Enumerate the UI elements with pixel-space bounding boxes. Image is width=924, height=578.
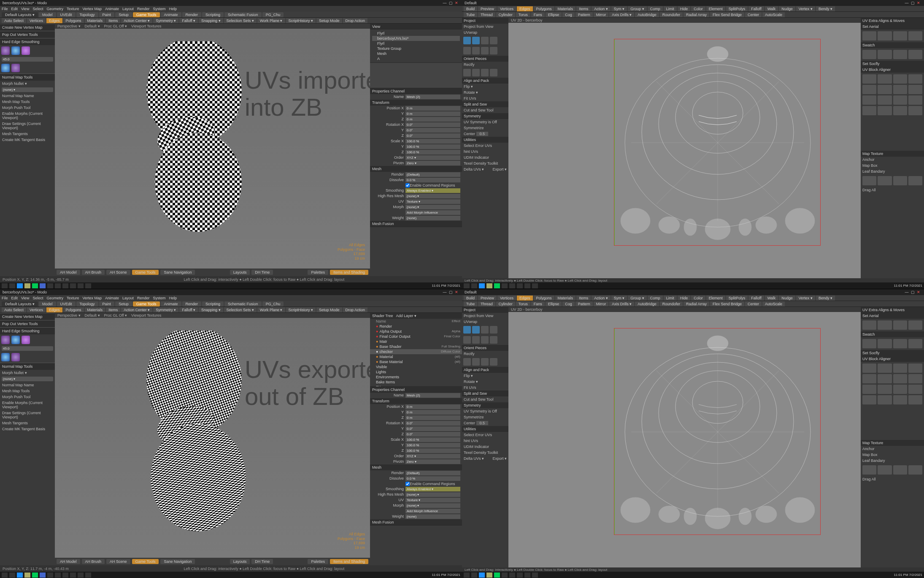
align-icon[interactable] [862,74,876,84]
align-icon[interactable] [908,85,922,94]
vp-default[interactable]: Default ▾ [85,24,100,28]
tool-icon[interactable] [463,69,471,76]
hdr-swatch[interactable]: Swatch [861,42,924,48]
viewport-canvas[interactable]: UVs exported out of ZB All Edges Polygon… [55,318,370,558]
tool-icon[interactable] [11,46,20,55]
tool-icon[interactable] [1,64,10,72]
max-button[interactable]: ▢ [910,1,916,5]
drop-action[interactable]: Drop Action [343,18,368,23]
vertex[interactable]: Vertex ▾ [796,6,815,11]
tree-item[interactable]: Flyrl [372,31,460,36]
min-button[interactable]: — [442,1,448,5]
rot-x[interactable]: 0.0° [405,122,460,127]
thread[interactable]: Thread [478,12,495,17]
sel-verts[interactable]: Vertices [497,6,516,11]
symoff[interactable]: UV Symmetry is Off [462,119,508,125]
uv[interactable]: Texture ▾ [405,199,460,204]
align-icon[interactable] [893,50,907,59]
cyl[interactable]: Cylinder [496,12,515,17]
menu-render[interactable]: Render [137,7,150,11]
row-meshmap[interactable]: Mesh Map Tools [0,99,55,105]
align-icon[interactable] [862,50,876,59]
tab-pgchu[interactable]: PG_Chu [262,12,284,17]
tool-icon[interactable] [481,37,489,44]
export[interactable]: Export ▾ [492,167,507,171]
rectfy[interactable]: Rectfy [462,62,508,68]
ellipse[interactable]: Ellipse [546,12,562,17]
tool-icon[interactable] [1,46,10,55]
row-tangents[interactable]: Mesh Tangents [0,131,55,137]
sym[interactable]: Sym ▾ [611,6,627,11]
menu-layout[interactable]: Layout [122,7,134,11]
align-icon[interactable] [908,31,922,41]
walk[interactable]: Walk [765,6,778,11]
leafb[interactable]: Leaf Bandary [861,168,924,174]
tree-env[interactable]: Environments [370,374,462,380]
rot-y[interactable]: 0.0° [405,128,460,133]
viewport-canvas[interactable]: UVs imported into ZB All Edges Polygons … [55,29,370,269]
falloff[interactable]: Falloff ▾ [179,18,198,23]
pos-x[interactable]: 0 m [405,106,460,111]
align-icon[interactable] [893,31,907,41]
udim[interactable]: UDIM Indicator [462,155,508,160]
sel-items[interactable]: Items [106,18,120,23]
task-icon[interactable] [62,283,68,288]
angle-slider[interactable]: 45.0 [2,57,53,62]
clock[interactable]: 11:01 PM 7/2/2021 [894,284,922,288]
row-nmname[interactable]: Normal Map Name [0,93,55,99]
align-icon[interactable] [862,106,876,115]
mirror[interactable]: Mirror [594,12,609,17]
tool-icon[interactable] [490,69,497,76]
splitp[interactable]: SplitPolys [726,6,748,11]
align-icon[interactable] [862,31,876,41]
tool-icon[interactable] [463,37,471,44]
row-enablemorphs[interactable]: Enable Morphs (Current Viewport) [0,111,55,121]
ahmodel[interactable]: AH Model [57,270,80,275]
task-icon[interactable] [24,283,30,288]
tool-icon[interactable] [22,46,30,55]
menu-animate[interactable]: Animate [105,7,119,11]
close-button[interactable]: ✕ [454,1,459,5]
row-mktangent[interactable]: Create MK Tangent Basis [0,137,55,143]
tab-scripting[interactable]: Scripting [202,12,224,17]
tool-icon[interactable] [481,69,489,76]
nudge[interactable]: Nudge [779,6,795,11]
hide[interactable]: Hide [678,6,691,11]
dhtime[interactable]: DH Time [251,270,273,275]
cog[interactable]: Cog [562,12,575,17]
align-icon[interactable] [893,74,907,84]
tree-bake[interactable]: Bake Items [370,380,462,385]
tree-fx[interactable]: FX [370,385,462,386]
task-icon[interactable] [40,283,46,288]
pos-z[interactable]: 0 m [405,117,460,122]
tab-animate[interactable]: Animate [161,12,181,17]
align-icon[interactable] [908,106,922,115]
start-icon[interactable] [464,283,470,288]
align-icon[interactable] [862,85,876,94]
tree-checker[interactable]: checkerDiffuse Color [370,349,462,354]
morph[interactable]: (none) ▾ [405,205,460,209]
scl-x[interactable]: 100.0 % [405,139,460,144]
group[interactable]: Group ▾ [628,6,647,11]
ecr-checkbox[interactable] [405,183,410,187]
autoscale[interactable]: AutoScale [762,12,785,17]
tool-icon[interactable] [490,37,497,44]
task-icon[interactable] [517,283,523,288]
setup-mode[interactable]: Setup Mode [316,18,342,23]
action-center[interactable]: Action Center ▾ [121,18,152,23]
tool-icon[interactable] [472,69,480,76]
sel-verts[interactable]: Vertices [27,18,46,23]
action[interactable]: Action ▾ [592,6,611,11]
scl-y[interactable]: 100.0 % [405,144,460,149]
name-field[interactable]: Mesh (2) [405,95,460,99]
add-morph-influence[interactable]: Add Morph Influence [405,210,460,215]
pivot[interactable]: Zero ▾ [405,161,460,166]
menu-edit[interactable]: Edit [11,7,18,11]
sel-items[interactable]: Items [576,6,591,11]
tube[interactable]: Tube [464,12,477,17]
align-icon[interactable] [878,106,892,115]
start-icon[interactable] [2,283,8,288]
weight[interactable]: (none) [405,216,460,220]
uvwrap[interactable]: UVwrap [462,30,508,35]
task-icon[interactable] [32,283,38,288]
